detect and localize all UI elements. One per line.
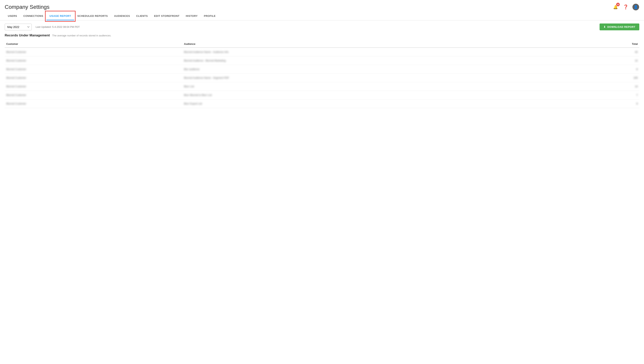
tab-audiences[interactable]: AUDIENCES: [111, 12, 133, 20]
cell-audience: Blurr List: [182, 82, 588, 91]
table-row: Blurred CustomerBlurr Export List9: [5, 100, 639, 108]
table-row: Blurred CustomerBlurr Blurred to Blurr L…: [5, 91, 639, 100]
download-button-label: DOWNLOAD REPORT: [608, 26, 636, 28]
table-row: Blurred CustomerBlurred Audience - Blurr…: [5, 56, 639, 65]
section-header: Records Under Management The average num…: [5, 34, 639, 38]
download-icon: ⬇: [604, 26, 606, 28]
avatar: 👤: [632, 4, 639, 10]
tab-users[interactable]: USERS: [5, 12, 20, 20]
tab-profile[interactable]: PROFILE: [201, 12, 219, 20]
cell-customer: Blurred Customer: [5, 82, 182, 91]
table-row: Blurred CustomerBlur audience8: [5, 65, 639, 74]
tab-scheduled-reports[interactable]: SCHEDULED REPORTS: [74, 12, 111, 20]
cell-audience: Blurr Export List: [182, 100, 588, 108]
cell-total: 7: [588, 91, 639, 100]
records-table: Customer Audience Total Blurred Customer…: [5, 40, 639, 108]
user-avatar-button[interactable]: 👤: [632, 4, 639, 10]
last-updated-label: Last Updated: 5-4-2022 08:04 PM PDT: [36, 26, 80, 28]
cell-customer: Blurred Customer: [5, 91, 182, 100]
avatar-icon: 👤: [634, 5, 638, 9]
cell-customer: Blurred Customer: [5, 65, 182, 74]
help-icon: ❓: [623, 4, 628, 10]
page-title: Company Settings: [5, 4, 50, 10]
tab-edit-storefront[interactable]: EDIT STOREFRONT: [151, 12, 183, 20]
cell-audience: Blurred Audience - Blurred Marketing: [182, 56, 588, 65]
table-header-row: Customer Audience Total: [5, 40, 639, 48]
section-description: The average number of records stored in …: [52, 34, 112, 37]
cell-audience: Blurr Blurred to Blurr List: [182, 91, 588, 100]
page-header: Company Settings 🔔 30 ❓ 👤: [0, 0, 644, 10]
download-report-button[interactable]: ⬇ DOWNLOAD REPORT: [600, 24, 639, 30]
section-title: Records Under Management: [5, 34, 50, 38]
column-header-total: Total: [588, 40, 639, 48]
cell-audience: Blurred Audience Name - Segment PDF: [182, 74, 588, 82]
cell-total: 12: [588, 56, 639, 65]
tab-usage-report[interactable]: USAGE REPORT: [46, 12, 74, 20]
cell-audience: Blurred Audience Name - Audience Info: [182, 48, 588, 56]
cell-customer: Blurred Customer: [5, 56, 182, 65]
header-icons: 🔔 30 ❓ 👤: [612, 4, 639, 10]
table-row: Blurred CustomerBlurred Audience Name - …: [5, 74, 639, 82]
cell-customer: Blurred Customer: [5, 48, 182, 56]
table-row: Blurred CustomerBlurr List14: [5, 82, 639, 91]
cell-customer: Blurred Customer: [5, 74, 182, 82]
column-header-audience: Audience: [182, 40, 588, 48]
toolbar-left: January 2022 February 2022 March 2022 Ap…: [5, 24, 80, 30]
notification-button[interactable]: 🔔 30: [612, 4, 619, 10]
column-header-customer: Customer: [5, 40, 182, 48]
tab-history[interactable]: HISTORY: [183, 12, 201, 20]
nav-tabs: USERS CONNECTIONS USAGE REPORT SCHEDULED…: [0, 12, 644, 20]
cell-total: 8: [588, 65, 639, 74]
cell-audience: Blur audience: [182, 65, 588, 74]
toolbar: January 2022 February 2022 March 2022 Ap…: [0, 20, 644, 34]
month-selector[interactable]: January 2022 February 2022 March 2022 Ap…: [5, 24, 32, 30]
help-button[interactable]: ❓: [622, 4, 629, 10]
cell-total: 42: [588, 48, 639, 56]
cell-total: 14: [588, 82, 639, 91]
cell-total: 9: [588, 100, 639, 108]
cell-customer: Blurred Customer: [5, 100, 182, 108]
table-row: Blurred CustomerBlurred Audience Name - …: [5, 48, 639, 56]
tab-connections[interactable]: CONNECTIONS: [20, 12, 46, 20]
main-content: Records Under Management The average num…: [0, 34, 644, 108]
cell-total: 105: [588, 74, 639, 82]
tab-clients[interactable]: CLIENTS: [133, 12, 151, 20]
notification-badge: 30: [616, 3, 620, 6]
